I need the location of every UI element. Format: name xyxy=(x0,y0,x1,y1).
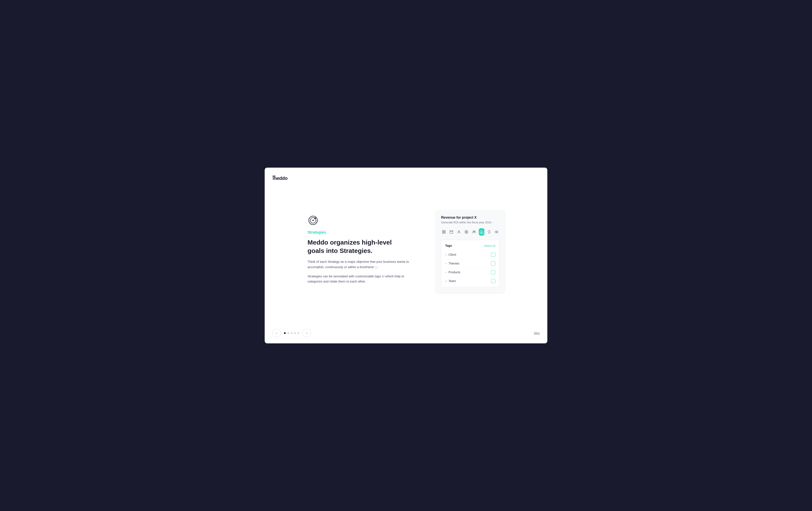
dot-4 xyxy=(294,332,296,334)
svg-rect-6 xyxy=(444,232,445,234)
dot-3 xyxy=(291,332,292,334)
main-heading: Meddo organizes high-level goals into St… xyxy=(308,238,410,255)
main-content: Strategies Meddo organizes high-level go… xyxy=(265,179,547,324)
app-window: meddo Strategies Meddo organizes high-le… xyxy=(265,168,547,343)
team-icon-btn[interactable] xyxy=(471,228,477,236)
paragraph-2: Strategies can be annotated with customi… xyxy=(308,274,410,285)
svg-rect-7 xyxy=(450,231,453,234)
tags-header: Tags Select all xyxy=(445,244,495,247)
svg-point-11 xyxy=(466,232,467,232)
tag-item-themes: + Themes xyxy=(445,259,495,268)
tag-item-client: + Client xyxy=(445,250,495,259)
tag-checkbox-products[interactable] xyxy=(491,270,495,274)
card-title: Revenue for project X xyxy=(441,216,499,219)
svg-point-8 xyxy=(458,231,460,232)
tag-plus-team: + xyxy=(445,279,447,283)
strategy-icon-wrapper xyxy=(308,215,410,230)
tag-plus-client: + xyxy=(445,253,447,257)
icon-toolbar xyxy=(441,228,499,236)
person-icon-btn[interactable] xyxy=(456,228,462,236)
footer: ← → Skip xyxy=(265,324,547,343)
svg-point-14 xyxy=(495,231,498,233)
dot-1 xyxy=(284,332,286,334)
tag-label-products: Products xyxy=(448,270,460,274)
header: meddo xyxy=(265,168,547,179)
tag-checkbox-team[interactable] xyxy=(491,279,495,283)
tag-checkbox-client[interactable] xyxy=(491,252,495,257)
right-panel: Revenue for project X Generate ROI withi… xyxy=(436,211,504,292)
grid-icon-btn[interactable] xyxy=(441,228,446,236)
tag-item-team: + Team xyxy=(445,277,495,283)
svg-rect-3 xyxy=(442,231,444,232)
strategy-icon xyxy=(308,215,319,226)
strategy-card: Revenue for project X Generate ROI withi… xyxy=(436,211,504,292)
prev-button[interactable]: ← xyxy=(272,329,281,338)
skip-button[interactable]: Skip xyxy=(534,331,540,335)
eye-icon xyxy=(495,230,498,234)
person-icon xyxy=(457,230,461,234)
eye-icon-btn[interactable] xyxy=(494,228,499,236)
home-icon xyxy=(480,230,484,234)
tag-label-client: Client xyxy=(448,253,456,257)
dot-5 xyxy=(298,332,299,334)
calendar-icon xyxy=(450,230,453,234)
left-panel: Strategies Meddo organizes high-level go… xyxy=(308,215,410,288)
nav-controls: ← → xyxy=(272,329,311,338)
paragraph-1: Think of each Strategy as a major object… xyxy=(308,259,410,270)
tag-plus-products: + xyxy=(445,271,447,274)
home-icon-btn[interactable] xyxy=(479,228,484,236)
svg-point-12 xyxy=(473,231,474,232)
tag-left-products: + Products xyxy=(445,270,460,274)
section-title: Strategies xyxy=(308,230,410,235)
refresh-icon-btn[interactable] xyxy=(487,228,492,236)
dot-2 xyxy=(287,332,289,334)
logo: meddo xyxy=(272,173,540,179)
tag-label-themes: Themes xyxy=(448,262,460,265)
refresh-icon xyxy=(487,230,491,234)
tags-panel: Tags Select all + Client + Themes xyxy=(441,240,499,287)
svg-point-2 xyxy=(312,220,314,221)
tags-inline-icon: 🏷 xyxy=(382,274,384,279)
next-button[interactable]: → xyxy=(302,329,311,338)
grid-icon xyxy=(442,230,446,234)
target-icon-btn[interactable] xyxy=(464,228,469,236)
select-all-button[interactable]: Select all xyxy=(484,244,495,247)
tag-item-products: + Products xyxy=(445,268,495,277)
card-subtitle: Generate ROI within the fiscal year 2024… xyxy=(441,221,499,224)
team-icon xyxy=(472,230,476,234)
svg-point-15 xyxy=(496,232,497,232)
tag-label-team: Team xyxy=(448,279,456,283)
tag-left-themes: + Themes xyxy=(445,262,459,265)
tag-left-team: + Team xyxy=(445,279,456,283)
tags-label: Tags xyxy=(445,244,452,247)
calendar-icon-btn[interactable] xyxy=(448,228,454,236)
tag-checkbox-themes[interactable] xyxy=(491,261,495,266)
tag-left-client: + Client xyxy=(445,253,456,257)
timeframe-icon: ⬚ xyxy=(375,265,377,269)
logo-text: meddo xyxy=(272,176,274,177)
pagination-dots xyxy=(284,332,299,334)
svg-rect-5 xyxy=(442,232,444,234)
svg-point-13 xyxy=(474,231,475,232)
svg-rect-4 xyxy=(444,231,445,232)
target-icon xyxy=(464,230,468,234)
tag-plus-themes: + xyxy=(445,262,447,265)
